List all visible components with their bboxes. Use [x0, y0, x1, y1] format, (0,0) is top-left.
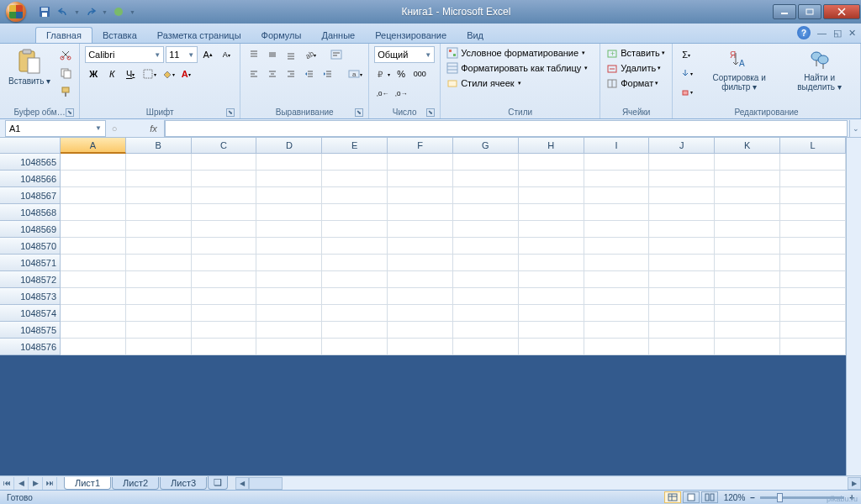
cell[interactable] — [256, 339, 322, 355]
cell[interactable] — [584, 271, 650, 288]
cell[interactable] — [584, 288, 650, 305]
cell[interactable] — [192, 339, 257, 355]
cell[interactable] — [780, 204, 846, 221]
cell-styles-button[interactable]: Стили ячеек ▾ — [446, 76, 594, 90]
save-icon[interactable] — [37, 4, 52, 19]
decrease-decimal-icon[interactable]: ,0→ — [393, 85, 409, 102]
cell[interactable] — [388, 154, 453, 171]
tab-page-layout[interactable]: Разметка страницы — [147, 28, 251, 43]
cell[interactable] — [256, 322, 322, 339]
horizontal-scrollbar[interactable]: ◀ ▶ — [235, 477, 861, 490]
fill-icon[interactable]: ▾ — [678, 65, 695, 81]
comma-format-icon[interactable]: 000 — [411, 66, 428, 82]
insert-cells-button[interactable]: +Вставить ▾ — [605, 46, 667, 60]
cell[interactable] — [584, 305, 650, 322]
cell[interactable] — [715, 221, 780, 238]
cell[interactable] — [126, 305, 192, 322]
maximize-button[interactable] — [798, 4, 821, 19]
clipboard-launcher-icon[interactable]: ⬊ — [66, 108, 74, 117]
cell[interactable] — [715, 271, 780, 288]
cell[interactable] — [61, 238, 126, 255]
cell[interactable] — [649, 238, 715, 255]
cell[interactable] — [519, 187, 584, 204]
cell[interactable] — [780, 322, 846, 339]
sheet-tab-1[interactable]: Лист1 — [64, 477, 111, 490]
find-select-button[interactable]: Найти и выделить ▾ — [784, 46, 855, 93]
cell[interactable] — [388, 288, 453, 305]
cell[interactable] — [126, 238, 192, 255]
cell[interactable] — [453, 322, 519, 339]
cell[interactable] — [388, 271, 453, 288]
clear-icon[interactable]: ▾ — [678, 83, 695, 100]
cell[interactable] — [453, 339, 519, 355]
cell[interactable] — [61, 305, 126, 322]
tab-data[interactable]: Данные — [311, 28, 365, 43]
wrap-text-icon[interactable] — [328, 46, 345, 63]
tab-formulas[interactable]: Формулы — [251, 28, 312, 43]
cell[interactable] — [715, 288, 780, 305]
percent-format-icon[interactable]: % — [393, 66, 409, 82]
tab-insert[interactable]: Вставка — [92, 28, 147, 43]
cell[interactable] — [453, 271, 519, 288]
expand-formula-bar-icon[interactable]: ⌄ — [849, 120, 861, 137]
minimize-button[interactable] — [773, 4, 796, 19]
cell[interactable] — [126, 271, 192, 288]
cell[interactable] — [126, 339, 192, 355]
cell[interactable] — [126, 288, 192, 305]
cell[interactable] — [256, 271, 322, 288]
office-button[interactable] — [0, 0, 32, 24]
cell[interactable] — [192, 187, 257, 204]
cell[interactable] — [192, 288, 257, 305]
cell[interactable] — [61, 171, 126, 187]
cell[interactable] — [322, 221, 388, 238]
fill-color-icon[interactable]: ▾ — [159, 66, 176, 82]
formula-input[interactable] — [165, 120, 848, 137]
cell[interactable] — [584, 171, 650, 187]
cell[interactable] — [780, 187, 846, 204]
cell[interactable] — [256, 288, 322, 305]
cell[interactable] — [322, 322, 388, 339]
cell[interactable] — [519, 171, 584, 187]
font-launcher-icon[interactable]: ⬊ — [226, 108, 235, 117]
row-header[interactable]: 1048569 — [0, 221, 61, 238]
cell[interactable] — [388, 221, 453, 238]
row-header[interactable]: 1048576 — [0, 339, 61, 355]
alignment-launcher-icon[interactable]: ⬊ — [355, 108, 363, 117]
cell[interactable] — [649, 255, 715, 271]
cell[interactable] — [322, 255, 388, 271]
format-cells-button[interactable]: Формат ▾ — [605, 76, 667, 90]
cell[interactable] — [584, 187, 650, 204]
row-header[interactable]: 1048572 — [0, 271, 61, 288]
cell[interactable] — [388, 322, 453, 339]
cell[interactable] — [780, 288, 846, 305]
tab-home[interactable]: Главная — [35, 27, 92, 43]
cell[interactable] — [649, 154, 715, 171]
redo-icon[interactable] — [83, 4, 98, 19]
row-header[interactable]: 1048565 — [0, 154, 61, 171]
font-name-combo[interactable]: Calibri▼ — [85, 46, 164, 63]
cell[interactable] — [126, 171, 192, 187]
cell[interactable] — [61, 221, 126, 238]
column-header[interactable]: L — [780, 138, 846, 154]
row-header[interactable]: 1048574 — [0, 305, 61, 322]
cell[interactable] — [322, 171, 388, 187]
conditional-formatting-button[interactable]: Условное форматирование ▾ — [446, 46, 594, 60]
cell[interactable] — [61, 255, 126, 271]
cell[interactable] — [649, 288, 715, 305]
hscroll-left-icon[interactable]: ◀ — [235, 477, 249, 490]
new-sheet-icon[interactable]: ❏ — [208, 476, 228, 490]
cell[interactable] — [780, 221, 846, 238]
cell[interactable] — [715, 187, 780, 204]
cut-icon[interactable] — [57, 46, 74, 63]
cell[interactable] — [192, 305, 257, 322]
cell[interactable] — [715, 204, 780, 221]
orientation-icon[interactable]: ab▾ — [301, 46, 318, 63]
cell[interactable] — [649, 187, 715, 204]
cell[interactable] — [453, 187, 519, 204]
cell[interactable] — [192, 221, 257, 238]
hscroll-right-icon[interactable]: ▶ — [848, 477, 861, 490]
cell[interactable] — [649, 339, 715, 355]
cell[interactable] — [780, 171, 846, 187]
sort-filter-button[interactable]: ЯА Сортировка и фильтр ▾ — [698, 46, 780, 93]
column-header[interactable]: A — [61, 138, 126, 154]
